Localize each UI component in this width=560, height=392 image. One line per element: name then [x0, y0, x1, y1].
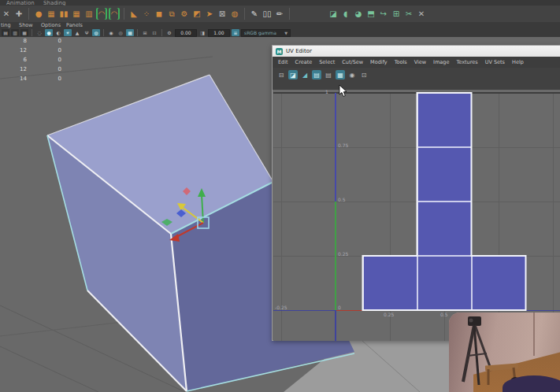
view-transform-dropdown[interactable]: sRGB gamma ▼: [241, 29, 291, 37]
duplicate-icon[interactable]: ⧉: [166, 8, 177, 20]
uv-shell-face[interactable]: [417, 202, 472, 256]
uv-dim-image-icon[interactable]: ◉: [347, 70, 357, 80]
uv-pixel-snap-icon[interactable]: ▤: [324, 70, 333, 80]
uv-layout-view-icon[interactable]: ⊟: [276, 70, 286, 80]
uv-book-icon[interactable]: ▯▯: [261, 8, 273, 20]
hud-faces-count: 6: [0, 57, 27, 63]
extrude-arrow-icon[interactable]: ➤: [204, 8, 215, 20]
xray-toggle-icon[interactable]: ◍: [92, 29, 100, 36]
gear-icon[interactable]: ⚙: [179, 8, 190, 20]
uv-menu-cutsew[interactable]: Cut/Sew: [342, 59, 363, 65]
uv-gridline: [553, 93, 554, 341]
uv-checker-icon[interactable]: ▦: [336, 70, 345, 80]
uv-shell-face[interactable]: [417, 256, 472, 310]
uv-menu-textures[interactable]: Textures: [456, 59, 477, 65]
uv-delete-icon[interactable]: ✕: [416, 8, 427, 20]
textured-toggle-icon[interactable]: ◐: [54, 29, 62, 36]
scatter-icon[interactable]: ⁘: [141, 8, 152, 20]
uv-editor-toolbar: ⊟ ◪ ◢ ▤ ▤ ▦ ◉ ⊡: [273, 68, 560, 90]
gamma-icon[interactable]: ◨: [198, 29, 206, 36]
shaded-toggle-icon[interactable]: ●: [45, 29, 53, 36]
uv-canvas[interactable]: 1 0.75 0.5 0.25 0 -0.25 0.25 0.5 0.75: [273, 90, 560, 341]
gamma-field[interactable]: 1.00: [208, 29, 230, 37]
lattice-box-icon[interactable]: ⊠: [217, 8, 228, 20]
pen-tool-icon[interactable]: ✎: [249, 8, 260, 20]
panel-layout2-icon[interactable]: ▥: [11, 29, 19, 36]
uv-menu-uvsets[interactable]: UV Sets: [485, 59, 505, 65]
poly-cylinder-icon[interactable]: ▮▮: [58, 8, 69, 20]
uv-planar-map-icon[interactable]: ◪: [328, 8, 339, 20]
uv-shell-face[interactable]: [363, 256, 417, 310]
resolution-gate-icon[interactable]: ⊡: [150, 29, 158, 36]
color-management-icon[interactable]: ≡: [232, 29, 239, 36]
uv-menu-view[interactable]: View: [414, 59, 426, 65]
uv-automatic-map-icon[interactable]: ⬒: [365, 8, 376, 20]
panel-menu-options[interactable]: Options: [41, 22, 61, 28]
poly-cube-icon[interactable]: ▦: [46, 8, 57, 20]
shelf-separator: [289, 8, 290, 20]
uv-editor-titlebar[interactable]: M UV Editor: [273, 46, 560, 57]
panel-toolbar: ▤ ▥ ▦ ◌ ● ◐ ☀ ▲ Ψ ◍ ◉ ◎ ▦ ⊞ ⊡ ⚙ 0.00 ◨ 1…: [0, 28, 560, 37]
exposure-field[interactable]: 0.00: [175, 29, 197, 37]
uv-editor-window: M UV Editor Edit Create Select Cut/Sew M…: [272, 45, 560, 341]
panel-layout-icon[interactable]: ▤: [2, 29, 9, 36]
fieldchart-icon[interactable]: ⊞: [141, 29, 149, 36]
shelf-separator: [244, 8, 245, 20]
uv-shaded-view-icon[interactable]: ◪: [288, 70, 298, 80]
uv-spherical-map-icon[interactable]: ◕: [353, 8, 364, 20]
v-label-0: 0: [338, 305, 341, 310]
uv-menu-modify[interactable]: Modify: [370, 59, 388, 65]
joint-xray-icon[interactable]: Ψ: [83, 29, 91, 36]
uv-shell-face[interactable]: [472, 256, 526, 310]
curve-tool-icon[interactable]: ◠: [96, 8, 107, 20]
uv-axis-blue-lower: [335, 311, 336, 341]
uv-menu-tools[interactable]: Tools: [395, 59, 407, 65]
camera-icon[interactable]: ◉: [107, 29, 115, 36]
panel-menu-panels[interactable]: Panels: [66, 22, 83, 28]
shadows-toggle-icon[interactable]: ▲: [73, 29, 81, 36]
panel-menu-lighting[interactable]: ting: [1, 22, 11, 28]
uv-menu-select[interactable]: Select: [319, 59, 335, 65]
uv-grid-icon[interactable]: ⊞: [391, 8, 402, 20]
uv-menu-create[interactable]: Create: [295, 59, 313, 65]
uv-cylindrical-map-icon[interactable]: ◖: [340, 8, 351, 20]
uv-unfold-icon[interactable]: ↪: [378, 8, 389, 20]
uv-editor-title: UV Editor: [286, 48, 312, 54]
curve-tool2-icon[interactable]: ◠: [109, 8, 120, 20]
uv-menu-image[interactable]: Image: [433, 59, 449, 65]
cube-combine-icon[interactable]: ◼: [154, 8, 165, 20]
mouse-cursor: [339, 85, 348, 98]
split-face-icon[interactable]: ◩: [191, 8, 202, 20]
snap-tool-icon[interactable]: ✚: [13, 8, 24, 20]
grid-toggle-icon[interactable]: ▦: [126, 29, 134, 36]
uv-shell-face[interactable]: [417, 93, 472, 147]
uv-zero-line: [273, 310, 560, 311]
hud-faces-selected: 0: [35, 57, 61, 63]
shelf-tab-shading[interactable]: Shading: [43, 0, 65, 6]
shelf-tab-animation[interactable]: Animation: [6, 0, 35, 6]
wireframe-toggle-icon[interactable]: ◌: [35, 29, 43, 36]
uv-menu-help[interactable]: Help: [512, 59, 524, 65]
uv-menu-edit[interactable]: Edit: [278, 59, 288, 65]
uv-cut-icon[interactable]: ✂: [403, 8, 414, 20]
select-tool-icon[interactable]: ✕: [1, 8, 12, 20]
smooth-sphere-icon[interactable]: ◍: [229, 8, 240, 20]
panel-menu-show[interactable]: Show: [19, 22, 33, 28]
uv-distortion-icon[interactable]: ◢: [300, 70, 310, 80]
v-axis-green: [335, 202, 336, 310]
uv-gridline: [281, 93, 282, 341]
hud-edges-count: 12: [0, 47, 27, 54]
uv-grid-lines-icon[interactable]: ▤: [312, 70, 321, 80]
exposure-gear-icon[interactable]: ⚙: [165, 29, 173, 36]
panel-layout3-icon[interactable]: ▦: [20, 29, 28, 36]
hud-edges-selected: 0: [35, 47, 61, 54]
bend-deformer-icon[interactable]: ◣: [128, 8, 139, 20]
uv-image-display-icon[interactable]: ⊡: [359, 70, 369, 80]
isolate-select-icon[interactable]: ◎: [117, 29, 124, 36]
poly-sphere-icon[interactable]: ●: [33, 8, 44, 20]
poly-grid-icon[interactable]: ▥: [83, 8, 95, 20]
pencil-tool-icon[interactable]: ✏: [274, 8, 285, 20]
uv-shell-face[interactable]: [417, 147, 472, 202]
poly-plane-icon[interactable]: ▦: [71, 8, 82, 20]
lighting-toggle-icon[interactable]: ☀: [64, 29, 72, 36]
